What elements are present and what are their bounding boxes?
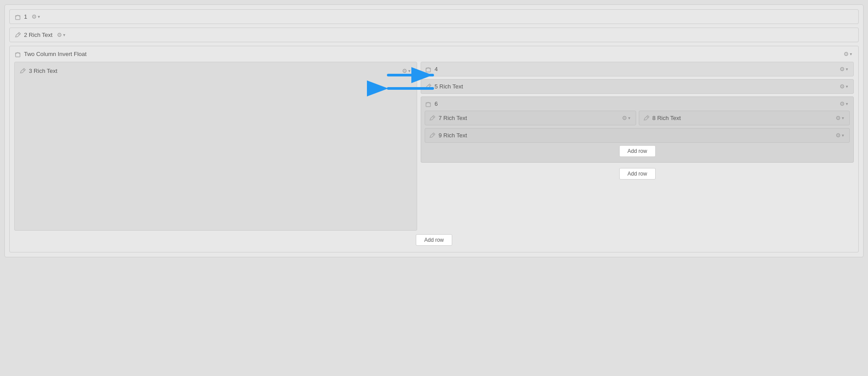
add-row-button-right[interactable]: Add row (619, 168, 656, 180)
block-5-type: Rich Text (439, 83, 463, 90)
block-8-gear[interactable]: ⚙ ▾ (834, 114, 846, 122)
edit-icon-9 (429, 132, 436, 139)
block-3-number: 3 (29, 68, 32, 74)
block-5-gear[interactable]: ⚙ ▾ (838, 82, 850, 91)
block-3-label: 3 Rich Text (29, 68, 57, 74)
block-5-label: 5 Rich Text (434, 83, 463, 90)
cube-icon-6 (425, 100, 432, 108)
block-7-gear[interactable]: ⚙ ▾ (620, 114, 632, 122)
block-5-number: 5 (434, 83, 438, 90)
block-2-type: Rich Text (29, 32, 52, 38)
block-9-type: Rich Text (443, 132, 467, 139)
block-8: 8 Rich Text ⚙ ▾ (639, 111, 850, 125)
block-3-gear[interactable]: ⚙ ▾ (400, 67, 412, 75)
block-6-container: 6 ⚙ ▾ (421, 96, 854, 163)
block-2-number: 2 (24, 32, 27, 38)
two-col-title: Two Column Invert Float (24, 51, 87, 57)
block-9: 9 Rich Text ⚙ ▾ (425, 128, 850, 143)
block-8-type: Rich Text (657, 115, 681, 121)
two-col-header: Two Column Invert Float ⚙ ▾ (14, 50, 854, 58)
block-3-content (17, 79, 414, 228)
block-7-type: Rich Text (443, 115, 467, 121)
two-col-body: 3 Rich Text ⚙ ▾ (14, 62, 854, 231)
block-8-label: 8 Rich Text (653, 115, 681, 121)
block-5: 5 Rich Text ⚙ ▾ (421, 79, 854, 94)
right-col: 4 ⚙ ▾ 5 Rich (421, 62, 854, 231)
block-8-number: 8 (653, 115, 656, 121)
block-1-label: 1 (24, 13, 27, 20)
block-4: 4 ⚙ ▾ (421, 62, 854, 76)
edit-icon-2 (14, 32, 21, 39)
block-7-label: 7 Rich Text (438, 115, 467, 121)
two-col-gear[interactable]: ⚙ ▾ (842, 50, 854, 58)
block-6-gear[interactable]: ⚙ ▾ (838, 100, 850, 108)
left-col-header: 3 Rich Text ⚙ ▾ (17, 65, 414, 79)
block-9-gear[interactable]: ⚙ ▾ (834, 131, 846, 140)
edit-icon-5 (425, 83, 432, 90)
edit-icon-7 (429, 115, 436, 122)
edit-icon-3 (19, 68, 26, 75)
cube-icon-4 (425, 66, 432, 73)
block-1: 1 ⚙ ▾ (9, 9, 859, 24)
block-2-gear[interactable]: ⚙ ▾ (55, 31, 67, 39)
block-7: 7 Rich Text ⚙ ▾ (425, 111, 636, 125)
block-1-gear[interactable]: ⚙ ▾ (30, 12, 42, 21)
block-9-label: 9 Rich Text (438, 132, 467, 139)
add-row-button-inner[interactable]: Add row (619, 145, 656, 157)
cube-icon-1 (14, 13, 21, 20)
two-col-container: Two Column Invert Float ⚙ ▾ (9, 46, 859, 252)
left-col: 3 Rich Text ⚙ ▾ (14, 62, 417, 231)
block-6-number: 6 (434, 100, 438, 107)
cube-icon-twocol (14, 51, 21, 58)
block-3-type: Rich Text (34, 68, 57, 74)
block-9-number: 9 (438, 132, 442, 139)
outer-container: 1 ⚙ ▾ 2 Rich Text ⚙ ▾ (4, 4, 864, 257)
block-7-number: 7 (438, 115, 442, 121)
block-6-header: 6 ⚙ ▾ (425, 100, 850, 108)
block-1-number: 1 (24, 13, 27, 20)
block-2: 2 Rich Text ⚙ ▾ (9, 28, 859, 42)
block-4-number: 4 (434, 66, 438, 72)
block-4-gear[interactable]: ⚙ ▾ (838, 65, 850, 73)
block-2-label: 2 Rich Text (24, 32, 52, 38)
block-78-row: 7 Rich Text ⚙ ▾ (425, 111, 850, 125)
edit-icon-8 (643, 115, 650, 122)
add-row-button-bottom[interactable]: Add row (416, 234, 452, 246)
